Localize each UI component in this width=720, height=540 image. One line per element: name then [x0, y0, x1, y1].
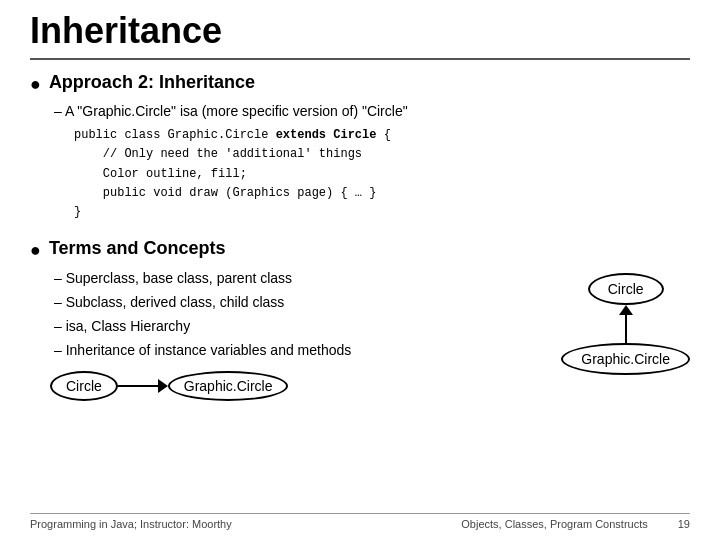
terms-sub-4: – Inheritance of instance variables and … — [54, 339, 551, 363]
code-line-3: Color outline, fill; — [74, 165, 690, 184]
code-line-4: public void draw (Graphics page) { … } — [74, 184, 690, 203]
bottom-left-oval: Circle — [50, 371, 118, 401]
terms-sub-2: – Subclass, derived class, child class — [54, 291, 551, 315]
code-line-1: public class Graphic.Circle extends Circ… — [74, 126, 690, 145]
terms-label: Terms and Concepts — [49, 238, 226, 259]
right-diagram: Circle Graphic.Circle — [561, 248, 690, 400]
bullet-terms: ● Terms and Concepts — [30, 238, 551, 263]
arrow-up-line — [625, 315, 627, 343]
code-block: public class Graphic.Circle extends Circ… — [74, 126, 690, 222]
approach-label: Approach 2: Inheritance — [49, 72, 255, 93]
right-top-oval: Circle — [588, 273, 664, 305]
terms-sub-1: – Superclass, base class, parent class — [54, 267, 551, 291]
section-terms: ● Terms and Concepts – Superclass, base … — [30, 238, 690, 400]
code-line-2: // Only need the 'additional' things — [74, 145, 690, 164]
page-title: Inheritance — [30, 10, 690, 60]
arrow-head-up — [619, 305, 633, 315]
terms-left: ● Terms and Concepts – Superclass, base … — [30, 238, 551, 400]
arrow-right-head — [158, 379, 168, 393]
bottom-right-oval: Graphic.Circle — [168, 371, 289, 401]
bullet-dot-1: ● — [30, 72, 41, 97]
arrow-up-container — [619, 305, 633, 343]
footer-center: Objects, Classes, Program Constructs — [461, 518, 647, 530]
footer-page: 19 — [678, 518, 690, 530]
bottom-diagram: Circle Graphic.Circle — [50, 371, 551, 401]
bullet-approach: ● Approach 2: Inheritance — [30, 72, 690, 97]
footer-left: Programming in Java; Instructor: Moorthy — [30, 518, 232, 530]
slide: Inheritance ● Approach 2: Inheritance – … — [0, 0, 720, 540]
right-bottom-oval: Graphic.Circle — [561, 343, 690, 375]
section-approach: ● Approach 2: Inheritance – A "Graphic.C… — [30, 72, 690, 222]
bullet-dot-2: ● — [30, 238, 41, 263]
terms-sub-3: – isa, Class Hierarchy — [54, 315, 551, 339]
content-area: ● Approach 2: Inheritance – A "Graphic.C… — [30, 72, 690, 507]
footer: Programming in Java; Instructor: Moorthy… — [30, 513, 690, 530]
code-line-5: } — [74, 203, 690, 222]
approach-sub: – A "Graphic.Circle" isa (more specific … — [54, 101, 690, 122]
arrow-right-line — [118, 385, 158, 387]
arrow-right — [118, 379, 168, 393]
footer-right: Objects, Classes, Program Constructs 19 — [461, 518, 690, 530]
terms-subs: – Superclass, base class, parent class –… — [54, 267, 551, 362]
